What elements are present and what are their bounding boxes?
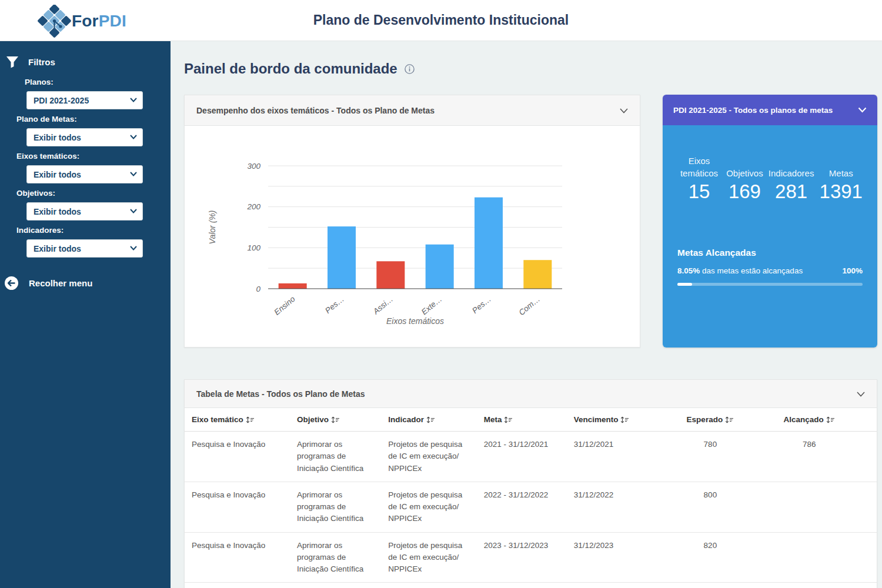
info-icon[interactable] bbox=[405, 64, 415, 76]
column-header-2[interactable]: Indicador bbox=[381, 408, 476, 431]
stat-label: Objetivos bbox=[726, 167, 763, 179]
chevron-down-icon[interactable] bbox=[857, 389, 865, 399]
table-cell: Aprimorar os programas de Iniciação Cien… bbox=[290, 482, 381, 532]
chevron-down-icon[interactable] bbox=[858, 105, 867, 115]
chart-bar-2 bbox=[376, 261, 405, 289]
table-cell: Pesquisa e Inovação bbox=[185, 482, 290, 532]
y-axis-title: Valor (%) bbox=[208, 211, 217, 245]
column-header-5[interactable]: Esperado bbox=[665, 408, 756, 431]
table-cell: 2021 - 31/12/2021 bbox=[477, 432, 567, 482]
chart-bar-5 bbox=[523, 260, 552, 289]
table-header-row: Eixo temáticoObjetivoIndicadorMetaVencim… bbox=[185, 408, 877, 432]
app-title: Plano de Desenvolvimento Institucional bbox=[0, 12, 882, 28]
column-header-4[interactable]: Vencimento bbox=[567, 408, 665, 431]
chart-panel-header[interactable]: Desempenho dos eixos temáticos - Todos o… bbox=[185, 95, 640, 126]
filter-select-3[interactable]: Exibir todos bbox=[26, 202, 143, 220]
sort-icon bbox=[826, 416, 835, 423]
table-panel-header[interactable]: Tabela de Metas - Todos os Plano de Meta… bbox=[185, 380, 877, 408]
table-cell: Pesquisa e Inovação bbox=[185, 533, 290, 583]
table-header-row: Eixo temáticoObjetivoIndicadorMetaVencim… bbox=[185, 408, 877, 432]
x-category-label: Exte… bbox=[420, 295, 444, 317]
chart-panel-title: Desempenho dos eixos temáticos - Todos o… bbox=[196, 106, 435, 115]
filter-fields: Planos:PDI 2021-2025Plano de Metas:Exibi… bbox=[0, 78, 171, 258]
column-header-label: Esperado bbox=[687, 415, 723, 424]
x-category-label: Pes… bbox=[470, 295, 493, 315]
forpdi-logo-icon bbox=[38, 5, 72, 38]
table-cell: Projetos de pesquisa de IC em execução/ … bbox=[381, 482, 476, 532]
filter-label: Planos: bbox=[25, 78, 171, 86]
main-content: Painel de bordo da comunidade Desempenho… bbox=[171, 41, 882, 588]
goals-title: Metas Alcançadas bbox=[677, 248, 863, 258]
x-category-label: Com… bbox=[517, 295, 542, 317]
column-header-label: Meta bbox=[484, 415, 502, 424]
goals-section: Metas Alcançadas 8.05% das metas estão a… bbox=[677, 248, 863, 286]
app-logo[interactable]: ForPDI bbox=[38, 5, 126, 38]
table-panel: Tabela de Metas - Todos os Plano de Meta… bbox=[184, 379, 877, 588]
filter-select-1[interactable]: Exibir todos bbox=[26, 128, 143, 146]
page-title: Painel de bordo da comunidade bbox=[184, 61, 397, 77]
filter-field-2: Eixos temáticos:Exibir todos bbox=[16, 152, 171, 183]
stat-item: Metas1391 bbox=[820, 167, 863, 203]
collapse-menu-label: Recolher menu bbox=[29, 278, 92, 288]
table-cell: 31/12/2022 bbox=[567, 482, 665, 532]
filter-label: Objetivos: bbox=[16, 189, 171, 198]
column-header-label: Objetivo bbox=[297, 415, 329, 424]
chevron-down-icon bbox=[130, 209, 137, 213]
column-header-3[interactable]: Meta bbox=[477, 408, 567, 431]
logo-text: ForPDI bbox=[72, 12, 126, 31]
filter-select-2[interactable]: Exibir todos bbox=[26, 165, 143, 183]
column-header-0[interactable]: Eixo temático bbox=[185, 408, 290, 431]
stat-value: 281 bbox=[775, 181, 807, 203]
stat-value: 169 bbox=[729, 181, 761, 203]
table-cell: Projetos de pesquisa de IC em execução/ … bbox=[381, 432, 476, 482]
table-cell: 2023 - 31/12/2023 bbox=[477, 533, 567, 583]
x-category-label: Assi… bbox=[371, 295, 395, 316]
filter-label: Indicadores: bbox=[16, 226, 171, 235]
table-cell: 31/12/2021 bbox=[567, 432, 665, 482]
collapse-menu-button[interactable]: Recolher menu bbox=[0, 276, 171, 290]
sidebar: Filtros Planos:PDI 2021-2025Plano de Met… bbox=[0, 41, 171, 588]
sort-icon bbox=[504, 416, 513, 423]
column-header-label: Eixo temático bbox=[192, 415, 243, 424]
stat-item: Objetivos169 bbox=[726, 167, 763, 203]
collapse-arrow-icon bbox=[5, 276, 18, 290]
table-cell: Aprimorar os programas de Iniciação Cien… bbox=[290, 432, 381, 482]
filter-select-value: Exibir todos bbox=[34, 207, 81, 216]
filter-field-1: Plano de Metas:Exibir todos bbox=[16, 115, 171, 146]
goals-max: 100% bbox=[842, 266, 863, 275]
table-cell bbox=[756, 533, 863, 583]
column-header-6[interactable]: Alcançado bbox=[756, 408, 863, 431]
table-cell bbox=[756, 482, 863, 532]
column-header-1[interactable]: Objetivo bbox=[290, 408, 381, 431]
chart-bar-3 bbox=[426, 245, 454, 289]
stat-item: Eixos temáticos15 bbox=[677, 155, 721, 203]
table-cell: 800 bbox=[665, 482, 756, 532]
stat-label: Metas bbox=[829, 167, 853, 179]
y-tick-label: 0 bbox=[256, 285, 260, 293]
filter-select-value: Exibir todos bbox=[34, 244, 81, 253]
chevron-down-icon[interactable] bbox=[620, 105, 628, 116]
column-header-label: Indicador bbox=[388, 415, 424, 424]
x-axis-title: Eixos temáticos bbox=[386, 316, 444, 326]
chevron-down-icon bbox=[130, 98, 137, 102]
progress-bar-fill bbox=[677, 283, 692, 286]
chart-bar-4 bbox=[475, 198, 503, 289]
table-panel-title: Tabela de Metas - Todos os Plano de Meta… bbox=[196, 389, 365, 399]
summary-panel-title: PDI 2021-2025 - Todos os planos de metas bbox=[673, 106, 833, 115]
summary-panel-header[interactable]: PDI 2021-2025 - Todos os planos de metas bbox=[663, 95, 877, 125]
table-row: Pesquisa e InovaçãoAprimorar os programa… bbox=[185, 482, 877, 533]
filter-select-value: PDI 2021-2025 bbox=[34, 96, 89, 105]
filter-select-4[interactable]: Exibir todos bbox=[26, 239, 143, 258]
table-cell: 31/12/2023 bbox=[567, 533, 665, 583]
goals-percent: 8.05% bbox=[677, 266, 700, 275]
sort-icon bbox=[246, 416, 255, 423]
stat-item: Indicadores281 bbox=[769, 167, 814, 203]
app-header: ForPDI Plano de Desenvolvimento Instituc… bbox=[0, 0, 882, 41]
table-body: Pesquisa e InovaçãoAprimorar os programa… bbox=[185, 432, 877, 583]
table-cell: 786 bbox=[756, 432, 863, 482]
progress-bar bbox=[677, 283, 863, 286]
stat-label: Indicadores bbox=[769, 167, 814, 179]
filter-select-0[interactable]: PDI 2021-2025 bbox=[26, 91, 143, 109]
filter-select-value: Exibir todos bbox=[34, 133, 81, 142]
x-category-label: Ensino bbox=[272, 294, 297, 316]
